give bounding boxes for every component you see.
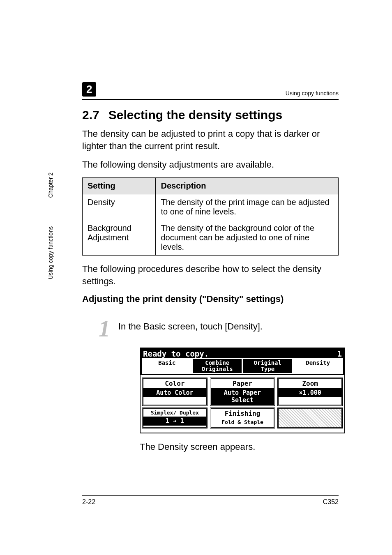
tab-density[interactable]: Density [293, 358, 344, 373]
paragraph-intro-2: The following density adjustments are av… [82, 159, 339, 171]
tab-basic[interactable]: Basic [142, 358, 192, 373]
lcd-copy-count: 1 [337, 349, 342, 358]
lcd-paper-label: Paper [211, 379, 274, 388]
table-header-description: Description [156, 178, 339, 194]
side-tab-chapter: Chapter 2 [47, 173, 54, 198]
lcd-paper-value: Auto Paper Select [211, 388, 274, 405]
lcd-tabs: Basic Combine Originals Original Type De… [141, 358, 344, 375]
table-header-setting: Setting [83, 178, 156, 194]
table-cell-setting: Background Adjustment [83, 220, 156, 256]
running-title: Using copy functions [286, 90, 339, 97]
step-text: In the Basic screen, touch [Density]. [118, 321, 263, 332]
chapter-number-badge: 2 [82, 82, 96, 97]
tab-combine-line2: Originals [193, 366, 242, 372]
table-cell-description: The density of the print image can be ad… [156, 194, 339, 220]
side-tab: Using copy functions Chapter 2 [47, 173, 60, 279]
table-row: Density The density of the print image c… [83, 194, 339, 220]
step-rule [99, 312, 339, 312]
tab-density-label: Density [306, 359, 330, 366]
lcd-duplex-value: 1 ➔ 1 [143, 417, 206, 426]
header-rule [82, 99, 339, 100]
lcd-zoom-value: ×1.000 [279, 388, 341, 397]
step-result: The Density screen appears. [140, 442, 339, 452]
lcd-cell-disabled [277, 408, 343, 428]
tab-combine-originals[interactable]: Combine Originals [192, 358, 243, 373]
side-tab-full: Using copy functions [47, 226, 54, 279]
section-title: Selecting the density settings [108, 108, 282, 122]
lcd-finishing-label: Finishing [211, 409, 274, 418]
paragraph-intro-1: The density can be adjusted to print a c… [82, 128, 339, 152]
step-row: 1 In the Basic screen, touch [Density]. [99, 317, 339, 340]
tab-original-line2: Type [243, 366, 292, 372]
lcd-finishing-value: Fold & Staple [211, 418, 274, 426]
lcd-cell-duplex[interactable]: Simplex/ Duplex 1 ➔ 1 [142, 408, 208, 428]
page: Using copy functions Chapter 2 2 Using c… [0, 0, 392, 555]
tab-original-type[interactable]: Original Type [242, 358, 293, 373]
lcd-body: Color Auto Color Paper Auto Paper Select… [141, 375, 344, 433]
lcd-color-label: Color [143, 379, 206, 388]
table-cell-setting: Density [83, 194, 156, 220]
step-number: 1 [99, 317, 110, 340]
tab-combine-line1: Combine [193, 360, 242, 366]
section-heading: 2.7 Selecting the density settings [82, 108, 339, 122]
lcd-status-bar: Ready to copy. 1 [141, 348, 344, 358]
lcd-cell-color[interactable]: Color Auto Color [142, 378, 208, 406]
page-footer: 2-22 C352 [82, 495, 339, 506]
lcd-cell-paper[interactable]: Paper Auto Paper Select [210, 378, 275, 406]
paragraph-followup: The following procedures describe how to… [82, 263, 339, 287]
lcd-status-text: Ready to copy. [143, 349, 209, 358]
footer-model: C352 [323, 498, 339, 506]
subsection-heading: Adjusting the print density ("Density" s… [82, 294, 339, 304]
lcd-zoom-label: Zoom [279, 379, 341, 388]
lcd-cell-finishing[interactable]: Finishing Fold & Staple [210, 408, 275, 428]
running-header: 2 Using copy functions [82, 82, 339, 97]
table-row: Background Adjustment The density of the… [83, 220, 339, 256]
tab-basic-label: Basic [158, 359, 175, 366]
footer-page-number: 2-22 [82, 498, 95, 506]
tab-original-line1: Original [243, 360, 292, 366]
copier-screen: Ready to copy. 1 Basic Combine Originals… [140, 348, 345, 433]
table-header-row: Setting Description [83, 178, 339, 194]
lcd-color-value: Auto Color [143, 388, 206, 397]
settings-table: Setting Description Density The density … [82, 177, 339, 256]
section-number: 2.7 [82, 108, 99, 122]
lcd-duplex-label: Simplex/ Duplex [143, 409, 206, 417]
lcd-cell-zoom[interactable]: Zoom ×1.000 [277, 378, 343, 406]
table-cell-description: The density of the background color of t… [156, 220, 339, 256]
